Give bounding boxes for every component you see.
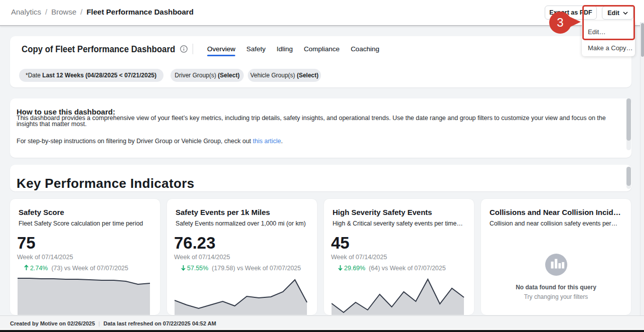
- svg-text:3: 3: [557, 16, 563, 29]
